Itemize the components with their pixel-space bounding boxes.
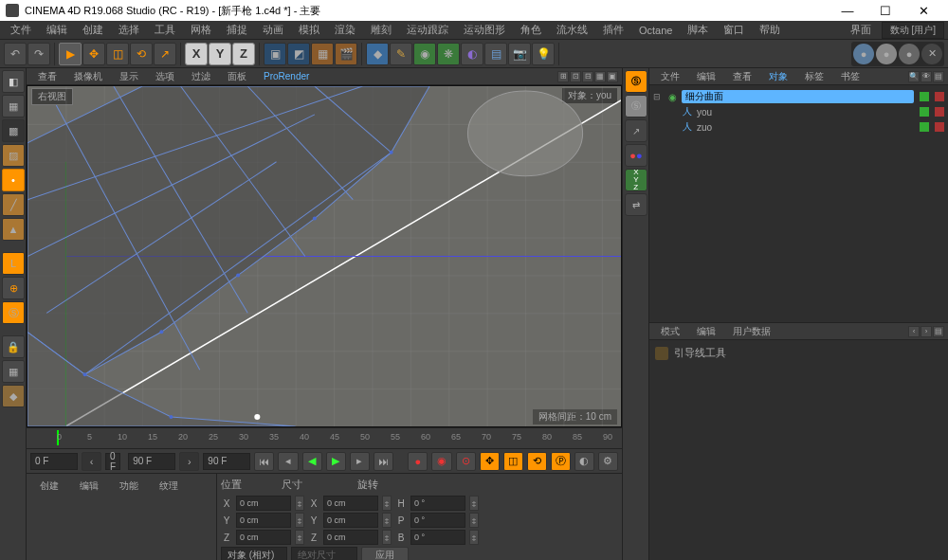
next-key[interactable]: ▸	[350, 452, 370, 471]
keymode-opt[interactable]: ⚙	[598, 452, 618, 471]
pos-input[interactable]: 0 cm	[236, 496, 291, 511]
frame-current[interactable]: 0 F	[105, 453, 120, 470]
vp-tab-2[interactable]: 显示	[112, 69, 146, 84]
menu-Octane[interactable]: Octane	[632, 23, 679, 38]
vp-tab-4[interactable]: 过滤	[184, 69, 218, 84]
rec-key[interactable]: ●	[408, 452, 428, 471]
om-filter-icon[interactable]: ▤	[933, 71, 944, 82]
picture-viewer-button[interactable]: 🎬	[335, 43, 357, 65]
rot-input[interactable]: 0 °	[410, 513, 465, 528]
model-mode[interactable]: ▦	[2, 95, 25, 117]
frame-end[interactable]: 90 F	[203, 453, 250, 470]
snap-toggle[interactable]: Ⓢ	[2, 301, 25, 324]
nav-xyz[interactable]: XYZ	[625, 169, 647, 191]
obj-tab[interactable]: 标签	[797, 69, 831, 84]
menu-雕刻[interactable]: 雕刻	[364, 21, 398, 39]
viewport-solo[interactable]: ⊕	[2, 277, 25, 299]
autokey[interactable]: ◉	[431, 452, 451, 471]
attr-back[interactable]: ‹	[908, 326, 920, 337]
menu-角色[interactable]: 角色	[514, 21, 548, 39]
subdiv-button[interactable]: ◉	[413, 43, 436, 65]
keymode-param[interactable]: Ⓟ	[551, 452, 571, 471]
keymode-scale[interactable]: ◫	[503, 452, 523, 471]
cb2[interactable]: ●	[876, 44, 897, 64]
viewport[interactable]: 右视图 对象：you 网格间距：10 cm	[27, 85, 622, 427]
texture-mode[interactable]: ▩	[2, 119, 25, 142]
mat-tab[interactable]: 创建	[30, 478, 68, 495]
minimize-button[interactable]: —	[829, 0, 866, 21]
undo-button[interactable]: ↶	[4, 43, 27, 65]
cube-primitive[interactable]: ◆	[366, 43, 389, 65]
close-button[interactable]: ✕	[904, 0, 942, 21]
attr-menu[interactable]: ▤	[933, 326, 944, 337]
vp-mini-4[interactable]: ▦	[594, 71, 606, 82]
mat-tab[interactable]: 编辑	[70, 478, 108, 495]
om-eye-icon[interactable]: 👁	[921, 71, 932, 82]
array-button[interactable]: ❋	[437, 43, 460, 65]
rotate-tool[interactable]: ⟲	[130, 43, 153, 65]
prev-key[interactable]: ◂	[278, 452, 298, 471]
menu-脚本[interactable]: 脚本	[681, 21, 715, 39]
attr-fwd[interactable]: ›	[921, 326, 932, 337]
axis-mode[interactable]: L	[2, 252, 25, 275]
size-input[interactable]: 0 cm	[323, 496, 378, 511]
deformer-button[interactable]: ◐	[461, 43, 483, 65]
select-tool[interactable]: ▶	[59, 43, 82, 65]
object-tree[interactable]: ⊟◉细分曲面人you人zuo	[649, 85, 948, 322]
menu-帮助[interactable]: 帮助	[753, 21, 787, 39]
menu-流水线[interactable]: 流水线	[550, 21, 594, 39]
stepper-1[interactable]: ‹	[82, 452, 101, 471]
menu-运动跟踪[interactable]: 运动跟踪	[400, 21, 455, 39]
vp-tab-3[interactable]: 选项	[148, 69, 182, 84]
size-input[interactable]: 0 cm	[323, 530, 378, 545]
tree-row[interactable]: ⊟◉细分曲面	[653, 89, 944, 104]
vp-mini-1[interactable]: ⊞	[557, 71, 569, 82]
move-tool[interactable]: ✥	[82, 43, 105, 65]
menu-窗口[interactable]: 窗口	[717, 21, 751, 39]
mat-tab[interactable]: 纹理	[150, 478, 188, 495]
rot-input[interactable]: 0 °	[410, 496, 465, 511]
tree-row[interactable]: 人zuo	[653, 119, 944, 135]
nav-sphere-s[interactable]: Ⓢ	[625, 70, 647, 93]
size-input[interactable]: 0 cm	[323, 513, 378, 528]
keymode-rot[interactable]: ⟲	[527, 452, 547, 471]
x-axis-toggle[interactable]: X	[185, 43, 208, 65]
vp-mini-2[interactable]: ⊡	[570, 71, 581, 82]
menu-运动图形[interactable]: 运动图形	[457, 21, 512, 39]
render-settings-button[interactable]: ▦	[311, 43, 334, 65]
coord-size-select[interactable]: 绝对尺寸	[291, 547, 357, 560]
nav-balls[interactable]: ●●	[625, 144, 647, 167]
workplane-mode[interactable]: ▨	[2, 144, 25, 167]
menu-渲染[interactable]: 渲染	[328, 21, 362, 39]
vp-mini-5[interactable]: ▣	[607, 71, 618, 82]
menu-捕捉[interactable]: 捕捉	[220, 21, 254, 39]
maximize-button[interactable]: ☐	[866, 0, 904, 21]
point-mode[interactable]: •	[2, 169, 25, 191]
scale-tool[interactable]: ◫	[106, 43, 129, 65]
frame-range-end[interactable]: 90 F	[128, 453, 175, 470]
play-back[interactable]: ◀	[302, 452, 322, 471]
vp-tab-1[interactable]: 摄像机	[66, 69, 110, 84]
menu-选择[interactable]: 选择	[112, 21, 146, 39]
nav-sphere-s2[interactable]: Ⓢ	[625, 95, 647, 117]
vp-tab-5[interactable]: 面板	[220, 69, 254, 84]
goto-end[interactable]: ⏭	[374, 452, 393, 471]
rot-input[interactable]: 0 °	[410, 530, 465, 545]
keymode-pos[interactable]: ✥	[480, 452, 500, 471]
cb1[interactable]: ●	[853, 44, 874, 64]
menu-插件[interactable]: 插件	[596, 21, 630, 39]
edge-mode[interactable]: ╱	[2, 193, 25, 216]
camera-button[interactable]: 📷	[508, 43, 531, 65]
timeline[interactable]: 051015202530354045505560657075808590	[27, 427, 622, 448]
play-forward[interactable]: ▶	[326, 452, 346, 471]
nav-arrow[interactable]: ↗	[625, 119, 647, 142]
z-axis-toggle[interactable]: Z	[232, 43, 255, 65]
attr-tab[interactable]: 模式	[653, 324, 687, 339]
pos-input[interactable]: 0 cm	[236, 513, 291, 528]
vp-mini-3[interactable]: ⊟	[582, 71, 593, 82]
menu-模拟[interactable]: 模拟	[292, 21, 326, 39]
workplane-button[interactable]: ◆	[2, 385, 25, 407]
obj-tab[interactable]: 对象	[761, 69, 795, 84]
menu-编辑[interactable]: 编辑	[40, 21, 74, 39]
environment-button[interactable]: ▤	[484, 43, 507, 65]
